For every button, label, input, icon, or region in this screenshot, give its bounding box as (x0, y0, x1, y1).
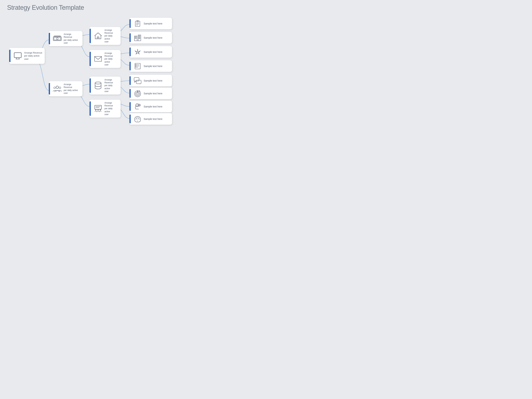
level2-label-0: Arrange Revenue per daily active user (104, 29, 118, 43)
leaf-card-3: Sample text here (129, 60, 172, 72)
svg-rect-30 (136, 37, 136, 37)
svg-rect-58 (134, 77, 139, 81)
svg-rect-33 (139, 36, 139, 36)
presentation-icon (94, 104, 103, 113)
svg-rect-57 (135, 67, 136, 67)
leaf-card-0: Sample text here (129, 18, 172, 29)
clipboard-icon (134, 20, 141, 27)
level2-node-1: Arrange Revenue per daily active user (89, 50, 120, 68)
page-title: Strategy Evolution Template (7, 4, 84, 11)
leaf-card-5: Sample text here (129, 88, 172, 99)
blue-accent-bar (129, 48, 131, 56)
leaf-label-2: Sample text here (144, 51, 162, 53)
target-icon (134, 89, 141, 97)
brain-icon (134, 115, 141, 123)
level1-label-1: Arrange Revenue per daily active user (64, 83, 80, 95)
svg-rect-36 (139, 37, 140, 38)
blue-accent-bar (89, 29, 91, 43)
money-icon (53, 34, 62, 43)
blue-accent-bar (129, 114, 131, 123)
svg-point-10 (54, 87, 56, 89)
svg-point-67 (138, 104, 140, 106)
svg-rect-38 (139, 38, 140, 39)
svg-point-9 (56, 86, 58, 89)
svg-rect-35 (139, 37, 139, 38)
leaf-card-6: Sample text here (129, 101, 172, 112)
level2-node-2: Arrange Revenue per daily active user (89, 77, 120, 95)
blue-accent-bar (89, 78, 91, 93)
leaf-card-7: Sample text here (129, 113, 172, 125)
level2-label-1: Arrange Revenue per daily active user (104, 52, 118, 66)
svg-point-68 (139, 105, 140, 106)
teamwork-icon (134, 48, 141, 56)
root-node: Arrange Revenue per daily active user (9, 48, 45, 64)
svg-rect-29 (135, 37, 135, 37)
blue-accent-bar (89, 52, 91, 66)
leaf-label-5: Sample text here (144, 92, 162, 95)
svg-rect-55 (135, 64, 136, 65)
svg-marker-46 (137, 49, 138, 50)
svg-rect-31 (135, 38, 135, 38)
blue-accent-bar (129, 89, 131, 98)
svg-point-45 (137, 51, 139, 53)
leaf-card-4: Sample text here (129, 75, 172, 86)
root-label: Arrange Revenue per daily active user (24, 51, 42, 61)
level2-node-0: Arrange Revenue per daily active user (89, 27, 120, 45)
blue-accent-bar (129, 76, 131, 85)
checklist-icon (134, 62, 141, 70)
blue-accent-bar (129, 19, 131, 28)
leaf-label-3: Sample text here (144, 65, 162, 68)
svg-point-21 (100, 110, 101, 110)
leaf-label-0: Sample text here (144, 22, 162, 25)
svg-marker-50 (135, 51, 136, 52)
svg-point-62 (137, 93, 139, 95)
level2-node-3: Arrange Revenue per daily active user (89, 100, 120, 118)
svg-rect-56 (135, 65, 136, 66)
leaf-label-7: Sample text here (144, 118, 162, 120)
svg-point-6 (56, 38, 58, 39)
leaf-label-1: Sample text here (144, 36, 162, 39)
database-icon (94, 81, 103, 90)
svg-point-19 (98, 109, 99, 110)
blue-accent-bar (129, 102, 131, 111)
blue-accent-bar (89, 101, 91, 116)
svg-point-20 (95, 110, 96, 110)
blue-accent-bar (49, 83, 50, 95)
blue-accent-bar (9, 50, 11, 62)
svg-rect-0 (14, 53, 21, 58)
brain-profile-icon (134, 103, 141, 110)
level2-label-2: Arrange Revenue per daily active user (104, 78, 118, 93)
level1-label-0: Arrange Revenue per daily active user (64, 33, 80, 44)
people-icon (53, 84, 62, 94)
svg-point-11 (59, 87, 61, 89)
blue-accent-bar (49, 33, 50, 44)
svg-point-15 (95, 82, 101, 84)
home-icon (94, 31, 103, 40)
building-icon (134, 34, 141, 42)
leaf-label-6: Sample text here (144, 105, 162, 108)
blue-accent-bar (129, 33, 131, 42)
monitor-icon (13, 51, 22, 60)
svg-marker-47 (139, 51, 140, 52)
svg-rect-37 (139, 38, 139, 39)
leaf-label-4: Sample text here (144, 79, 162, 82)
svg-rect-34 (139, 36, 140, 36)
level1-node-1: Arrange Revenue per daily active user (49, 81, 82, 96)
level1-node-0: Arrange Revenue per daily active user (49, 31, 82, 46)
svg-rect-32 (136, 38, 136, 38)
leaf-card-2: Sample text here (129, 46, 172, 58)
chat-icon (134, 77, 141, 85)
leaf-card-1: Sample text here (129, 32, 172, 44)
blue-accent-bar (129, 62, 131, 70)
svg-marker-12 (95, 33, 101, 39)
level2-label-3: Arrange Revenue per daily active user (104, 101, 118, 116)
mail-icon (94, 54, 103, 63)
svg-rect-59 (136, 80, 141, 84)
